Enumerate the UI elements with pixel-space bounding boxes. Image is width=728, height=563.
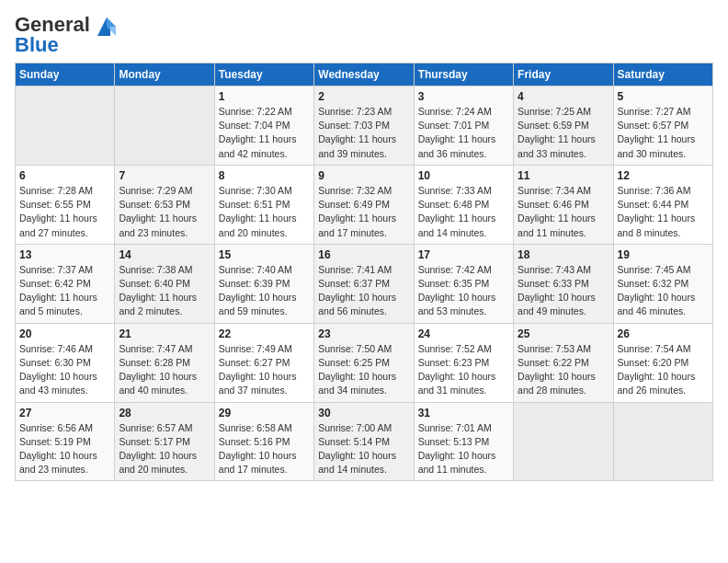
logo-blue: Blue: [15, 33, 59, 56]
day-number: 2: [318, 90, 409, 103]
calendar-cell: 17Sunrise: 7:42 AMSunset: 6:35 PMDayligh…: [414, 244, 513, 323]
col-header-tuesday: Tuesday: [214, 63, 313, 86]
day-info: Sunrise: 7:47 AMSunset: 6:28 PMDaylight:…: [119, 342, 210, 398]
day-number: 23: [318, 327, 409, 340]
calendar-cell: 19Sunrise: 7:45 AMSunset: 6:32 PMDayligh…: [613, 244, 712, 323]
day-info: Sunrise: 7:52 AMSunset: 6:23 PMDaylight:…: [418, 342, 509, 398]
calendar-week-row: 27Sunrise: 6:56 AMSunset: 5:19 PMDayligh…: [16, 402, 713, 481]
calendar-week-row: 20Sunrise: 7:46 AMSunset: 6:30 PMDayligh…: [16, 323, 713, 402]
day-info: Sunrise: 7:38 AMSunset: 6:40 PMDaylight:…: [119, 263, 210, 319]
day-number: 11: [518, 169, 609, 182]
page-header: General Blue: [15, 15, 713, 55]
day-number: 14: [119, 248, 210, 261]
day-info: Sunrise: 7:01 AMSunset: 5:13 PMDaylight:…: [418, 421, 509, 477]
col-header-friday: Friday: [514, 63, 613, 86]
col-header-saturday: Saturday: [613, 63, 712, 86]
calendar-cell: 28Sunrise: 6:57 AMSunset: 5:17 PMDayligh…: [115, 402, 214, 481]
calendar-cell: 6Sunrise: 7:28 AMSunset: 6:55 PMDaylight…: [16, 165, 115, 244]
col-header-monday: Monday: [115, 63, 214, 86]
day-info: Sunrise: 7:23 AMSunset: 7:03 PMDaylight:…: [318, 105, 409, 161]
day-info: Sunrise: 6:56 AMSunset: 5:19 PMDaylight:…: [19, 421, 110, 477]
calendar-cell: 26Sunrise: 7:54 AMSunset: 6:20 PMDayligh…: [613, 323, 712, 402]
calendar-week-row: 13Sunrise: 7:37 AMSunset: 6:42 PMDayligh…: [16, 244, 713, 323]
calendar-cell: 31Sunrise: 7:01 AMSunset: 5:13 PMDayligh…: [414, 402, 513, 481]
calendar-cell: 11Sunrise: 7:34 AMSunset: 6:46 PMDayligh…: [514, 165, 613, 244]
day-info: Sunrise: 7:46 AMSunset: 6:30 PMDaylight:…: [19, 342, 110, 398]
calendar-cell: 10Sunrise: 7:33 AMSunset: 6:48 PMDayligh…: [414, 165, 513, 244]
calendar-cell: 2Sunrise: 7:23 AMSunset: 7:03 PMDaylight…: [314, 86, 414, 166]
day-number: 15: [219, 248, 310, 261]
day-info: Sunrise: 7:27 AMSunset: 6:57 PMDaylight:…: [618, 105, 709, 161]
day-info: Sunrise: 7:00 AMSunset: 5:14 PMDaylight:…: [318, 421, 409, 477]
logo: General Blue: [15, 15, 119, 55]
day-number: 8: [219, 169, 310, 182]
calendar-table: SundayMondayTuesdayWednesdayThursdayFrid…: [15, 63, 713, 481]
calendar-cell: 18Sunrise: 7:43 AMSunset: 6:33 PMDayligh…: [514, 244, 613, 323]
day-info: Sunrise: 7:33 AMSunset: 6:48 PMDaylight:…: [418, 184, 509, 240]
col-header-sunday: Sunday: [16, 63, 115, 86]
day-number: 9: [318, 169, 409, 182]
calendar-cell: 24Sunrise: 7:52 AMSunset: 6:23 PMDayligh…: [414, 323, 513, 402]
logo-text: General Blue: [15, 15, 90, 55]
calendar-cell: 12Sunrise: 7:36 AMSunset: 6:44 PMDayligh…: [613, 165, 712, 244]
day-info: Sunrise: 7:45 AMSunset: 6:32 PMDaylight:…: [618, 263, 709, 319]
day-number: 28: [119, 407, 210, 419]
calendar-cell: 30Sunrise: 7:00 AMSunset: 5:14 PMDayligh…: [314, 402, 414, 481]
day-number: 20: [19, 327, 110, 340]
day-info: Sunrise: 6:58 AMSunset: 5:16 PMDaylight:…: [219, 421, 310, 477]
day-info: Sunrise: 7:43 AMSunset: 6:33 PMDaylight:…: [518, 263, 609, 319]
calendar-cell: 20Sunrise: 7:46 AMSunset: 6:30 PMDayligh…: [16, 323, 115, 402]
calendar-cell: 27Sunrise: 6:56 AMSunset: 5:19 PMDayligh…: [16, 402, 115, 481]
day-number: 18: [518, 248, 609, 261]
day-number: 3: [418, 90, 509, 103]
calendar-cell: [115, 86, 214, 166]
day-number: 30: [318, 407, 409, 419]
col-header-wednesday: Wednesday: [314, 63, 414, 86]
day-info: Sunrise: 7:22 AMSunset: 7:04 PMDaylight:…: [219, 105, 310, 161]
day-number: 17: [418, 248, 509, 261]
calendar-cell: 1Sunrise: 7:22 AMSunset: 7:04 PMDaylight…: [214, 86, 313, 166]
day-info: Sunrise: 7:42 AMSunset: 6:35 PMDaylight:…: [418, 263, 509, 319]
day-info: Sunrise: 7:29 AMSunset: 6:53 PMDaylight:…: [119, 184, 210, 240]
calendar-cell: 13Sunrise: 7:37 AMSunset: 6:42 PMDayligh…: [16, 244, 115, 323]
logo-icon: [94, 14, 119, 40]
day-number: 29: [219, 407, 310, 419]
calendar-cell: 8Sunrise: 7:30 AMSunset: 6:51 PMDaylight…: [214, 165, 313, 244]
calendar-cell: 5Sunrise: 7:27 AMSunset: 6:57 PMDaylight…: [613, 86, 712, 166]
day-number: 25: [518, 327, 609, 340]
day-info: Sunrise: 7:40 AMSunset: 6:39 PMDaylight:…: [219, 263, 310, 319]
day-number: 12: [618, 169, 709, 182]
calendar-week-row: 6Sunrise: 7:28 AMSunset: 6:55 PMDaylight…: [16, 165, 713, 244]
day-info: Sunrise: 7:53 AMSunset: 6:22 PMDaylight:…: [518, 342, 609, 398]
calendar-cell: 9Sunrise: 7:32 AMSunset: 6:49 PMDaylight…: [314, 165, 414, 244]
day-number: 16: [318, 248, 409, 261]
calendar-cell: 23Sunrise: 7:50 AMSunset: 6:25 PMDayligh…: [314, 323, 414, 402]
day-number: 22: [219, 327, 310, 340]
day-info: Sunrise: 7:54 AMSunset: 6:20 PMDaylight:…: [618, 342, 709, 398]
calendar-cell: 22Sunrise: 7:49 AMSunset: 6:27 PMDayligh…: [214, 323, 313, 402]
calendar-cell: 7Sunrise: 7:29 AMSunset: 6:53 PMDaylight…: [115, 165, 214, 244]
day-info: Sunrise: 7:36 AMSunset: 6:44 PMDaylight:…: [618, 184, 709, 240]
day-number: 24: [418, 327, 509, 340]
day-number: 31: [418, 407, 509, 419]
day-number: 19: [618, 248, 709, 261]
calendar-cell: 3Sunrise: 7:24 AMSunset: 7:01 PMDaylight…: [414, 86, 513, 166]
day-info: Sunrise: 7:34 AMSunset: 6:46 PMDaylight:…: [518, 184, 609, 240]
day-number: 13: [19, 248, 110, 261]
calendar-cell: 29Sunrise: 6:58 AMSunset: 5:16 PMDayligh…: [214, 402, 313, 481]
calendar-cell: 21Sunrise: 7:47 AMSunset: 6:28 PMDayligh…: [115, 323, 214, 402]
day-number: 27: [19, 407, 110, 419]
day-info: Sunrise: 6:57 AMSunset: 5:17 PMDaylight:…: [119, 421, 210, 477]
day-info: Sunrise: 7:49 AMSunset: 6:27 PMDaylight:…: [219, 342, 310, 398]
calendar-cell: 16Sunrise: 7:41 AMSunset: 6:37 PMDayligh…: [314, 244, 414, 323]
day-number: 1: [219, 90, 310, 103]
day-number: 5: [618, 90, 709, 103]
day-number: 10: [418, 169, 509, 182]
calendar-header-row: SundayMondayTuesdayWednesdayThursdayFrid…: [16, 63, 713, 86]
calendar-cell: [514, 402, 613, 481]
day-info: Sunrise: 7:50 AMSunset: 6:25 PMDaylight:…: [318, 342, 409, 398]
day-info: Sunrise: 7:37 AMSunset: 6:42 PMDaylight:…: [19, 263, 110, 319]
day-number: 6: [19, 169, 110, 182]
col-header-thursday: Thursday: [414, 63, 513, 86]
calendar-week-row: 1Sunrise: 7:22 AMSunset: 7:04 PMDaylight…: [16, 86, 713, 166]
